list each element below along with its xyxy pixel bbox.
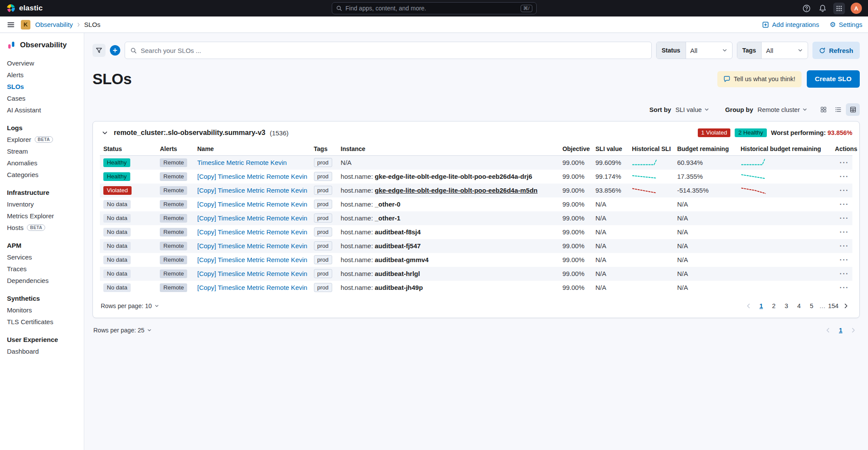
sidebar-item-ai-assistant[interactable]: AI Assistant	[0, 104, 84, 116]
tag-badge[interactable]: prod	[314, 269, 332, 278]
page-button-1[interactable]: 1	[756, 300, 767, 312]
slo-name-link[interactable]: [Copy] Timeslice Metric Remote Kevin	[197, 187, 307, 194]
slo-name-link[interactable]: [Copy] Timeslice Metric Remote Kevin	[197, 200, 307, 208]
table-view-button[interactable]	[846, 103, 860, 116]
settings-link[interactable]: ⚙ Settings	[829, 21, 862, 28]
instance-prefix: host.name:	[341, 187, 375, 194]
objective-value: 99.00%	[559, 253, 592, 267]
breadcrumb-observability[interactable]: Observability	[35, 21, 73, 28]
slo-search-field[interactable]	[125, 42, 652, 59]
slo-name-link[interactable]: [Copy] Timeslice Metric Remote Kevin	[197, 270, 307, 277]
sidebar-item-explorer[interactable]: ExplorerBETA	[0, 134, 84, 145]
page-button-154[interactable]: 154	[828, 300, 839, 312]
page-button-2[interactable]: 2	[768, 300, 779, 312]
sidebar-item-hosts[interactable]: HostsBETA	[0, 222, 84, 233]
row-actions-button[interactable]: ···	[840, 256, 849, 263]
sidebar-item-monitors[interactable]: Monitors	[0, 304, 84, 316]
slo-name-link[interactable]: Timeslice Metric Remote Kevin	[197, 159, 287, 166]
tag-badge[interactable]: prod	[314, 241, 332, 250]
tags-filter-select[interactable]: Tags All	[737, 42, 809, 59]
page-button-5[interactable]: 5	[806, 300, 817, 312]
group-by-value: Remote cluster	[757, 106, 800, 113]
slo-name-link[interactable]: [Copy] Timeslice Metric Remote Kevin	[197, 256, 307, 263]
tag-badge[interactable]: prod	[314, 214, 332, 223]
sidebar-item-categories[interactable]: Categories	[0, 169, 84, 181]
sidebar-item-metrics-explorer[interactable]: Metrics Explorer	[0, 210, 84, 222]
slo-search-input[interactable]	[141, 47, 646, 54]
sidebar-item-label: Dependencies	[7, 276, 49, 285]
tag-badge[interactable]: prod	[314, 172, 332, 181]
slo-name-link[interactable]: [Copy] Timeslice Metric Remote Kevin	[197, 173, 307, 180]
breadcrumb: Observability SLOs	[35, 21, 100, 28]
global-search-input[interactable]	[346, 5, 517, 12]
group-next-page-button[interactable]	[848, 325, 859, 336]
feedback-label: Tell us what you think!	[734, 76, 795, 82]
sidebar-item-dashboard[interactable]: Dashboard	[0, 345, 84, 357]
sidebar-item-tls-certificates[interactable]: TLS Certificates	[0, 316, 84, 328]
instance-value: _other-0	[375, 200, 400, 208]
group-rows-per-page-select[interactable]: Rows per page: 25	[93, 327, 152, 334]
space-badge[interactable]: K	[21, 20, 30, 30]
row-actions-button[interactable]: ···	[840, 200, 849, 208]
group-page-button-1[interactable]: 1	[835, 325, 846, 336]
apps-menu-button[interactable]	[833, 3, 845, 14]
add-filter-button[interactable]	[110, 45, 120, 56]
slo-name-link[interactable]: [Copy] Timeslice Metric Remote Kevin	[197, 228, 307, 236]
sidebar-item-stream[interactable]: Stream	[0, 145, 84, 157]
sidebar-item-overview[interactable]: Overview	[0, 57, 84, 69]
elastic-brand[interactable]: elastic	[6, 3, 43, 13]
rows-per-page-select[interactable]: Rows per page: 10	[101, 302, 159, 309]
feedback-button[interactable]: Tell us what you think!	[717, 71, 802, 87]
instance-value: gke-edge-lite-oblt-edge-lite-oblt-poo-ee…	[375, 187, 538, 194]
next-page-button[interactable]	[840, 300, 851, 312]
row-actions-button[interactable]: ···	[840, 228, 849, 236]
row-actions-button[interactable]: ···	[840, 284, 849, 291]
row-actions-button[interactable]: ···	[840, 173, 849, 180]
page-button-4[interactable]: 4	[793, 300, 805, 312]
global-search[interactable]: ⌘/	[332, 2, 537, 14]
help-button[interactable]	[801, 3, 812, 13]
sidebar-item-traces[interactable]: Traces	[0, 263, 84, 275]
sidebar-item-alerts[interactable]: Alerts	[0, 69, 84, 81]
alerts-button[interactable]	[817, 3, 828, 13]
status-filter-select[interactable]: Status All	[656, 42, 733, 59]
tag-badge[interactable]: prod	[314, 158, 332, 167]
slo-name-link[interactable]: [Copy] Timeslice Metric Remote Kevin	[197, 214, 307, 222]
sort-by-label: Sort by	[650, 106, 671, 113]
tag-badge[interactable]: prod	[314, 255, 332, 264]
breadcrumb-slos: SLOs	[84, 21, 101, 28]
create-slo-button[interactable]: Create SLO	[807, 70, 860, 88]
refresh-button[interactable]: Refresh	[812, 42, 860, 59]
add-integrations-link[interactable]: Add integrations	[762, 21, 819, 28]
row-actions-button[interactable]: ···	[840, 214, 849, 222]
row-actions-button[interactable]: ···	[840, 159, 849, 166]
slo-name-link[interactable]: [Copy] Timeslice Metric Remote Kevin	[197, 284, 307, 291]
slo-name-link[interactable]: [Copy] Timeslice Metric Remote Kevin	[197, 242, 307, 250]
main-menu-button[interactable]	[6, 20, 16, 30]
tag-badge[interactable]: prod	[314, 200, 332, 209]
tag-badge[interactable]: prod	[314, 186, 332, 195]
objective-value: 99.00%	[559, 239, 592, 253]
tag-badge[interactable]: prod	[314, 283, 332, 292]
filter-toggle-button[interactable]	[92, 44, 106, 57]
sidebar-item-anomalies[interactable]: Anomalies	[0, 157, 84, 169]
tag-badge[interactable]: prod	[314, 227, 332, 236]
col-header-status: Status	[100, 142, 156, 156]
sidebar-item-dependencies[interactable]: Dependencies	[0, 275, 84, 286]
group-by-select[interactable]: Remote cluster	[757, 106, 808, 113]
sidebar-item-slos[interactable]: SLOs	[0, 81, 84, 92]
group-prev-page-button[interactable]	[822, 325, 834, 336]
row-actions-button[interactable]: ···	[840, 187, 849, 194]
sidebar-item-cases[interactable]: Cases	[0, 92, 84, 104]
list-view-button[interactable]	[831, 103, 845, 116]
sidebar-item-inventory[interactable]: Inventory	[0, 198, 84, 210]
sidebar-item-services[interactable]: Services	[0, 251, 84, 263]
prev-page-button[interactable]	[743, 300, 754, 312]
row-actions-button[interactable]: ···	[840, 242, 849, 250]
sort-by-select[interactable]: SLI value	[676, 106, 710, 113]
page-button-3[interactable]: 3	[781, 300, 792, 312]
card-view-button[interactable]	[816, 103, 830, 116]
user-avatar[interactable]: A	[851, 3, 862, 14]
group-collapse-button[interactable]	[100, 128, 109, 138]
row-actions-button[interactable]: ···	[840, 270, 849, 277]
